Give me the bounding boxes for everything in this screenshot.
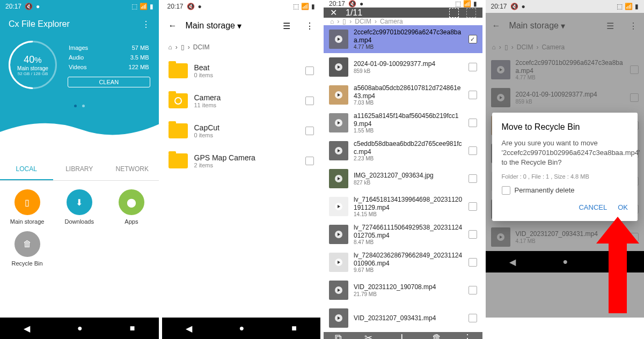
file-row[interactable]: a11625a8145f14baf560456b219fcc19.mp41.55…	[324, 109, 482, 137]
file-thumbnail	[329, 30, 348, 49]
nav-recent-icon[interactable]: ■	[291, 323, 297, 333]
status-bar: 20:17🔇● ⬚📶▮	[0, 0, 159, 13]
file-row[interactable]: IMG_20231207_093634.jpg827 kB	[324, 165, 482, 193]
checkbox[interactable]	[469, 174, 477, 183]
file-row[interactable]: VID_20231120_190708.mp421.79 MB	[324, 276, 482, 304]
folder-row[interactable]: Camera11 items	[162, 86, 321, 116]
tab-library[interactable]: LIBRARY	[53, 159, 106, 180]
shortcut-apps[interactable]: ⬤Apps	[108, 189, 154, 225]
dashboard-panel: 40% Main storage 52 GB / 128 GB Images57…	[0, 35, 159, 143]
file-size: 1.55 MB	[354, 128, 463, 134]
close-icon[interactable]: ✕	[330, 8, 337, 18]
checkbox[interactable]	[469, 202, 477, 211]
folder-row[interactable]: Beat0 items	[162, 56, 321, 86]
tab-network[interactable]: NETWORK	[106, 159, 159, 180]
screen-3-selection: 20:17🔇● ⬚📶▮ ✕ 1/11 ⌂ › ▯ › DCIM › Camera…	[324, 0, 482, 339]
app-header: Cx File Explorer ⋮	[0, 13, 159, 35]
nav-home-icon[interactable]: ●	[77, 323, 83, 333]
file-row[interactable]: c5eddb58dbaea6bdb22d765cee981fcc.mp42.23…	[324, 137, 482, 165]
silent-icon: 🔇	[25, 3, 33, 10]
action-delete[interactable]: 🗑Delete	[429, 333, 444, 340]
cancel-button[interactable]: CANCEL	[579, 203, 607, 211]
file-row[interactable]: lv_7284023628679662849_20231124010906.mp…	[324, 248, 482, 276]
permanent-delete-option[interactable]: Permanently delete	[502, 186, 628, 195]
checkbox[interactable]	[469, 258, 477, 267]
file-name: VID_20231207_093431.mp4	[354, 314, 463, 322]
file-row[interactable]: lv_7274661115064929538_20231124012705.mp…	[324, 220, 482, 248]
nav-bar: ◀ ● ■	[162, 318, 321, 339]
checkbox[interactable]	[305, 67, 314, 75]
play-icon	[335, 175, 342, 182]
file-row[interactable]: lv_7164518134139964698_20231120191129.mp…	[324, 193, 482, 220]
app-title: Cx File Explorer	[9, 19, 70, 29]
scissors-icon: ✂	[364, 332, 372, 339]
nav-home-icon[interactable]: ●	[239, 323, 245, 333]
checkbox[interactable]	[305, 97, 314, 105]
action-more[interactable]: ⋮More	[462, 332, 474, 339]
home-icon[interactable]: ⌂	[169, 43, 172, 51]
chevron-down-icon: ▾	[237, 21, 241, 31]
phone-icon: ▯	[14, 189, 40, 215]
page-indicator	[9, 100, 150, 109]
action-rename[interactable]: IRename	[392, 333, 412, 340]
checkbox[interactable]	[469, 314, 477, 322]
shortcut-downloads[interactable]: ⬇Downloads	[56, 189, 102, 225]
more-icon[interactable]: ⋮	[305, 21, 314, 31]
nav-back-icon[interactable]: ◀	[186, 323, 192, 334]
nav-recent-icon[interactable]: ■	[130, 323, 135, 333]
checkbox[interactable]	[469, 35, 477, 43]
dot-icon: ●	[198, 3, 202, 10]
signal-icon: 📶	[463, 0, 471, 8]
checkbox[interactable]	[469, 119, 477, 127]
status-time: 20:17	[491, 3, 507, 10]
play-icon	[335, 119, 342, 127]
dot-icon: ●	[36, 3, 40, 10]
file-thumbnail	[329, 197, 348, 216]
action-move[interactable]: ✂Move	[362, 332, 375, 339]
storage-gauge[interactable]: 40% Main storage 52 GB / 128 GB	[9, 41, 57, 89]
shortcut-recycle-bin[interactable]: 🗑Recycle Bin	[4, 231, 50, 267]
breadcrumb-dcim[interactable]: DCIM	[193, 43, 210, 51]
nav-back-icon[interactable]: ◀	[24, 323, 30, 334]
ok-button[interactable]: OK	[618, 203, 628, 211]
signal-icon: 📶	[301, 3, 309, 10]
checkbox[interactable]	[469, 91, 477, 99]
folder-row[interactable]: CapCut0 items	[162, 116, 321, 146]
checkbox[interactable]	[469, 146, 477, 155]
checkbox[interactable]	[469, 286, 477, 294]
checkbox[interactable]	[502, 186, 510, 195]
checkbox[interactable]	[469, 63, 477, 71]
checkbox[interactable]	[469, 230, 477, 239]
signal-icon: 📶	[625, 3, 633, 10]
clean-button[interactable]: CLEAN	[68, 77, 150, 87]
storage-icon[interactable]: ▯	[181, 43, 185, 51]
breadcrumb[interactable]: ⌂ › ▯ › DCIM	[162, 39, 321, 56]
file-row[interactable]: 2024-01-09-100929377.mp4859 kB	[324, 53, 482, 81]
file-row[interactable]: VID_20231207_093431.mp4	[324, 304, 482, 332]
view-list-icon[interactable]: ☰	[283, 21, 290, 31]
more-icon[interactable]: ⋮	[142, 19, 150, 30]
file-size: 4.77 MB	[354, 44, 463, 50]
folder-row[interactable]: GPS Map Camera2 items	[162, 146, 321, 176]
signal-icon: 📶	[140, 3, 148, 10]
file-name: lv_7274661115064929538_20231124012705.mp…	[354, 224, 463, 239]
back-icon[interactable]: ←	[169, 21, 177, 31]
checkbox[interactable]	[305, 157, 314, 165]
silent-icon: 🔇	[187, 3, 195, 10]
file-name: lv_7164518134139964698_20231120191129.mp…	[354, 196, 463, 211]
checkbox[interactable]	[305, 127, 314, 135]
play-icon	[335, 286, 342, 294]
dialog-meta: Folder : 0 , File : 1 , Size : 4.8 MB	[502, 173, 628, 180]
action-copy[interactable]: ⧉Copy	[332, 333, 345, 340]
file-row[interactable]: 2ccefc2c99701b02996a6247c3ea8baa.mp44.77…	[324, 25, 482, 53]
tab-local[interactable]: LOCAL	[0, 159, 53, 180]
trash-icon: 🗑	[14, 231, 40, 257]
toolbar-title[interactable]: Main storage ▾	[186, 21, 275, 31]
select-none-icon[interactable]	[466, 8, 476, 18]
shortcut-main-storage[interactable]: ▯Main storage	[4, 189, 50, 225]
file-row[interactable]: a5608aba05dcb286107812d724861e43.mp47.03…	[324, 81, 482, 109]
status-time: 20:17	[167, 3, 184, 10]
select-all-icon[interactable]	[449, 8, 459, 18]
dialog-text: Are you sure you want to move '2ccefc2c9…	[502, 138, 628, 168]
status-time: 20:17	[329, 0, 345, 8]
